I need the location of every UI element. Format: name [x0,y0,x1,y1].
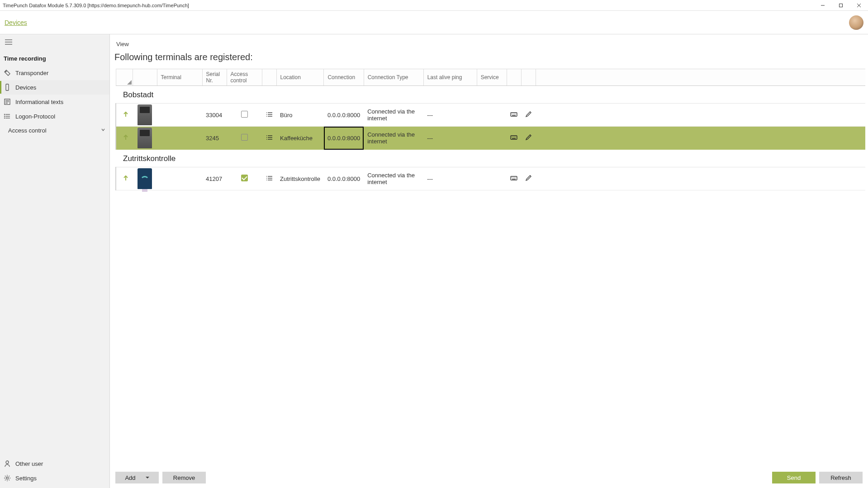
svg-point-17 [5,116,5,117]
edit-icon[interactable] [525,136,532,142]
sidebar-item-logon-protocol[interactable]: Logon-Protocol [0,109,109,123]
column-connection-type[interactable]: Connection Type [364,69,423,86]
column-last-alive[interactable]: Last alive ping [423,69,477,86]
footer-bar: Add Remove Send Refresh [110,467,868,488]
sidebar-item-devices[interactable]: Devices [0,80,109,95]
upload-icon[interactable] [123,135,129,142]
terminals-table: Terminal Serial Nr. Access control Locat… [115,69,865,190]
column-action1[interactable] [507,69,521,86]
user-avatar[interactable] [849,15,863,30]
edit-icon[interactable] [525,176,532,183]
cell-arrow [116,104,133,127]
cell-action-keyboard [507,104,521,127]
cell-serial: 3245 [202,127,227,150]
cell-arrow [116,127,133,150]
list-icon[interactable] [266,136,273,142]
cell-connection: 0.0.0.0:8000 [324,127,364,150]
window-minimize-button[interactable] [814,0,832,11]
svg-point-19 [6,461,9,464]
cell-terminal [157,167,202,190]
page-title: Following terminals are registered: [110,50,868,69]
user-icon [4,460,11,467]
column-location[interactable]: Location [276,69,324,86]
main-panel: View Following terminals are registered:… [110,34,868,488]
access-control-checkbox[interactable] [241,134,248,141]
sidebar-item-informational-texts[interactable]: Informational texts [0,95,109,109]
access-control-checkbox[interactable] [241,111,248,118]
tag-icon [4,69,11,76]
remove-button[interactable]: Remove [162,472,206,483]
edit-icon[interactable] [525,113,532,119]
table-row[interactable]: 41207Zutrittskontrolle0.0.0.0:8000Connec… [116,167,865,190]
svg-point-18 [5,118,5,118]
column-terminal[interactable]: Terminal [157,69,202,86]
column-serial[interactable]: Serial Nr. [202,69,227,86]
group-header[interactable]: Bobstadt [116,86,865,104]
cell-serial: 33004 [202,104,227,127]
column-thumb[interactable] [133,69,157,86]
list-icon[interactable] [266,113,273,119]
sidebar-item-label: Other user [15,460,43,467]
svg-rect-41 [511,136,517,139]
list-icon[interactable] [266,176,273,183]
table-row[interactable]: 3245Kaffeeküche0.0.0.0:8000Connected via… [116,127,865,150]
table-row[interactable]: 33004Büro0.0.0.0:8000Connected via the i… [116,104,865,127]
cell-access-control [227,104,262,127]
sidebar-toggle-button[interactable] [0,34,109,47]
cell-thumb [133,167,157,190]
column-service[interactable]: Service [477,69,507,86]
sidebar-item-access-control[interactable]: Access control [0,123,109,137]
sidebar-item-other-user[interactable]: Other user [0,456,109,471]
cell-action-edit [521,127,536,150]
tab-view[interactable]: View [114,39,131,50]
cell-location: Kaffeeküche [276,127,324,150]
refresh-button[interactable]: Refresh [819,472,863,483]
column-loc-icon[interactable] [262,69,276,86]
upload-icon[interactable] [123,176,129,183]
keyboard-icon[interactable] [510,136,517,142]
cell-terminal [157,127,202,150]
cell-service [477,104,507,127]
cell-connection-type: Connected via the internet [364,104,423,127]
terminal-thumbnail [138,168,152,189]
news-icon [4,98,11,105]
column-action2[interactable] [521,69,536,86]
sidebar-item-label: Transponder [15,70,48,76]
group-header[interactable]: Zutrittskontrolle [116,150,865,167]
send-button[interactable]: Send [772,472,816,483]
column-connection[interactable]: Connection [324,69,364,86]
keyboard-icon[interactable] [510,113,517,119]
window-titlebar: TimePunch Datafox Module 5.7.309.0 [http… [0,0,868,11]
cell-connection-type: Connected via the internet [364,167,423,190]
access-control-checkbox[interactable] [241,175,248,181]
sidebar-item-settings[interactable]: Settings [0,471,109,485]
breadcrumb-devices[interactable]: Devices [5,19,27,26]
cell-connection: 0.0.0.0:8000 [324,104,364,127]
terminal-thumbnail [138,104,152,125]
column-access-control[interactable]: Access control [227,69,262,86]
cell-action-keyboard [507,167,521,190]
cell-thumb [133,104,157,127]
chevron-down-icon [100,127,106,134]
window-maximize-button[interactable] [832,0,850,11]
sidebar-item-label: Access control [8,127,47,134]
window-title: TimePunch Datafox Module 5.7.309.0 [http… [3,3,189,8]
cell-thumb [133,127,157,150]
sidebar-item-transponder[interactable]: Transponder [0,66,109,80]
upload-icon[interactable] [123,112,129,119]
add-button[interactable]: Add [115,472,159,483]
cell-action-keyboard [507,127,521,150]
column-corner[interactable] [116,69,133,86]
window-close-button[interactable] [850,0,868,11]
svg-rect-8 [6,84,9,90]
svg-point-7 [5,71,6,72]
keyboard-icon[interactable] [510,176,517,183]
cell-action-edit [521,167,536,190]
cell-action-edit [521,104,536,127]
cell-last-alive: --- [423,127,477,150]
cell-list-icon [262,127,276,150]
svg-rect-1 [840,4,843,7]
sidebar-heading-time-recording: Time recording [0,47,109,66]
cell-service [477,167,507,190]
cell-list-icon [262,167,276,190]
